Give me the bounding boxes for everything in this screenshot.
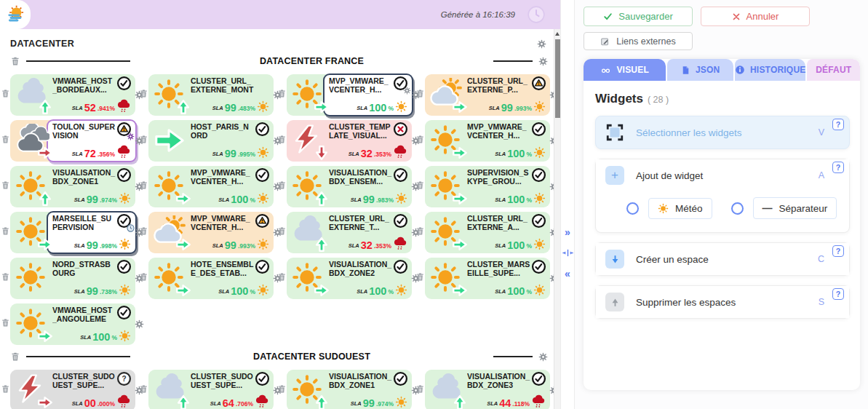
trash-icon[interactable] bbox=[415, 384, 425, 394]
trash-icon[interactable] bbox=[277, 272, 287, 282]
radio-meteo[interactable] bbox=[626, 202, 639, 215]
trash-icon[interactable] bbox=[139, 89, 148, 98]
gear-icon[interactable] bbox=[549, 136, 554, 146]
widget-tile[interactable]: CLUSTER_URL_EXTERNE_MONTPELIERSLA99.483% bbox=[148, 74, 274, 116]
select-widgets-row[interactable]: Sélectionner les widgets V ? bbox=[595, 116, 850, 149]
widget-tile[interactable]: CLUSTER_TEMPLATE_VISUAL...SLA32.353% bbox=[287, 120, 412, 162]
trash-icon[interactable] bbox=[415, 135, 425, 144]
trash-icon[interactable] bbox=[1, 135, 10, 144]
widget-tile[interactable]: SUPERVISION_SKYPE_GROU...SLA100% bbox=[425, 166, 550, 207]
trash-icon[interactable] bbox=[139, 384, 148, 394]
save-button[interactable]: Sauvegarder bbox=[584, 7, 693, 26]
help-badge[interactable]: ? bbox=[832, 162, 844, 173]
add-widget-label: Ajout de widget bbox=[636, 170, 703, 181]
add-widget-row[interactable]: + Ajout de widget A ? bbox=[596, 159, 849, 191]
help-badge[interactable]: ? bbox=[832, 245, 844, 257]
tab-historique[interactable]: HISTORIQUE bbox=[735, 59, 805, 81]
trash-icon[interactable] bbox=[139, 180, 148, 190]
scroll-up-icon[interactable] bbox=[555, 32, 560, 36]
widget-tile[interactable]: VISUALISATION_BDX_ZONE1SLA99.974% bbox=[287, 370, 412, 409]
widget-tile[interactable]: CLUSTER_SUDOUEST_SUPE...SLA64.706% bbox=[148, 370, 274, 409]
create-space-row[interactable]: Créer un espace C ? bbox=[595, 242, 850, 276]
trash-icon[interactable] bbox=[1, 89, 10, 98]
app-logo[interactable] bbox=[0, 0, 31, 29]
dashboard-content: DATACENTER DATACENTER FRANCEVMWARE_HOST_… bbox=[0, 29, 554, 409]
sla-value: SLA100% bbox=[357, 284, 407, 296]
widget-tile[interactable]: VMWARE_HOST_ANGOULEMESLA100% bbox=[10, 303, 135, 345]
trash-icon[interactable] bbox=[277, 180, 287, 190]
trash-icon[interactable] bbox=[139, 226, 148, 236]
widget-name: CLUSTER_URL_EXTERNE_MONTPELIER bbox=[191, 77, 270, 94]
scrollbar-thumb[interactable] bbox=[555, 39, 560, 118]
trash-icon[interactable] bbox=[277, 384, 287, 394]
vertical-scrollbar[interactable] bbox=[554, 29, 560, 409]
trash-icon[interactable] bbox=[277, 135, 287, 144]
widget-tile[interactable]: MVP_VMWARE_VCENTER_H...SLA100% bbox=[425, 120, 550, 162]
widget-tile[interactable]: MVP_VMWARE_VCENTER_H...SLA100% bbox=[148, 166, 274, 207]
trash-icon[interactable] bbox=[415, 226, 425, 236]
gear-icon[interactable] bbox=[135, 319, 144, 329]
trash-icon[interactable] bbox=[1, 272, 10, 282]
trash-icon[interactable] bbox=[415, 89, 425, 98]
sun-icon bbox=[288, 259, 327, 298]
trash-icon[interactable] bbox=[10, 56, 20, 66]
widget-tile[interactable]: MVP_VMWARE_VCENTER_H...SLA100% bbox=[287, 74, 412, 116]
gear-icon[interactable] bbox=[538, 352, 548, 362]
resize-handle-icon[interactable] bbox=[562, 247, 574, 259]
widget-tile[interactable]: CLUSTER_URL_EXTERNE_A...SLA100% bbox=[425, 212, 550, 253]
separateur-option[interactable]: — Séparateur bbox=[753, 197, 837, 219]
external-links-button[interactable]: Liens externes bbox=[584, 32, 693, 50]
trash-icon[interactable] bbox=[139, 135, 148, 144]
trash-icon[interactable] bbox=[1, 226, 10, 236]
trash-icon[interactable] bbox=[415, 272, 425, 282]
collapse-right-icon[interactable]: » bbox=[565, 228, 570, 237]
gear-icon[interactable] bbox=[537, 39, 546, 49]
gear-icon[interactable] bbox=[549, 274, 554, 283]
cancel-button[interactable]: Annuler bbox=[701, 7, 810, 26]
widget-tile[interactable]: CLUSTER_URL_EXTERNE_P...SLA99.993% bbox=[425, 74, 550, 116]
widget-tile[interactable]: HOTE_ENSEMBLE_DES_ETAB...SLA100% bbox=[148, 258, 274, 299]
trash-icon[interactable] bbox=[1, 384, 10, 394]
sun-icon bbox=[395, 396, 407, 408]
trash-icon[interactable] bbox=[1, 318, 10, 327]
widget-tile[interactable]: VISUALISATION_BDX_ZONE3SLA44.118% bbox=[425, 370, 550, 409]
check-icon bbox=[603, 12, 613, 21]
meteo-option[interactable]: Météo bbox=[648, 198, 712, 219]
trash-icon[interactable] bbox=[415, 180, 425, 190]
sun-icon bbox=[150, 76, 189, 114]
widget-tile[interactable]: TOULON_SUPERVISIONSLA72.356% bbox=[10, 120, 135, 162]
gear-icon[interactable] bbox=[549, 386, 554, 395]
trash-icon[interactable] bbox=[10, 352, 20, 362]
widget-tile[interactable]: MARSEILLE_SUPERVISIONSLA99.998% bbox=[10, 212, 135, 253]
radio-separateur[interactable] bbox=[731, 202, 744, 215]
widget-tile[interactable]: VISUALISATION_BDX_ZONE1SLA99.974% bbox=[10, 166, 135, 207]
trash-icon[interactable] bbox=[277, 89, 287, 98]
gear-icon[interactable] bbox=[549, 228, 554, 237]
gear-icon[interactable] bbox=[549, 90, 554, 100]
sun-icon bbox=[395, 284, 407, 296]
section-divider: DATACENTER FRANCE bbox=[10, 54, 548, 68]
sun-icon bbox=[395, 100, 407, 113]
widget-tile[interactable]: VISUALISATION_BDX_ENSEM...SLA99.983% bbox=[287, 166, 412, 207]
collapse-left-icon[interactable]: « bbox=[565, 269, 570, 278]
tab-json[interactable]: JSON bbox=[667, 59, 733, 81]
widget-tile[interactable]: CLUSTER_SUDOUEST_SUPE...SLA00.000%? bbox=[10, 370, 135, 409]
section-title: DATACENTER FRANCE bbox=[260, 56, 364, 66]
widget-tile[interactable]: VMWARE_HOST_BORDEAUX...SLA52.941% bbox=[10, 74, 135, 116]
gear-icon[interactable] bbox=[538, 57, 548, 66]
widget-tile[interactable]: CLUSTER_URL_EXTERNE_T...SLA32.353% bbox=[287, 212, 412, 253]
trash-icon[interactable] bbox=[139, 272, 148, 282]
remove-spaces-row[interactable]: Supprimer les espaces S ? bbox=[595, 285, 850, 319]
trash-icon[interactable] bbox=[277, 226, 287, 236]
trash-icon[interactable] bbox=[1, 180, 10, 190]
gear-icon[interactable] bbox=[549, 182, 554, 191]
widget-tile[interactable]: MVP_VMWARE_VCENTER_H...SLA99.993% bbox=[148, 212, 274, 253]
widget-tile[interactable]: VISUALISATION_BDX_ZONE2SLA100% bbox=[287, 258, 412, 299]
widget-tile[interactable]: NORD_STRASBOURGSLA99.738% bbox=[10, 258, 135, 299]
help-badge[interactable]: ? bbox=[832, 288, 844, 300]
tab-visuel[interactable]: VISUEL bbox=[584, 59, 666, 81]
help-badge[interactable]: ? bbox=[832, 119, 844, 130]
widget-tile[interactable]: HOST_PARIS_NORDSLA99.995% bbox=[148, 120, 274, 162]
tab-defaut[interactable]: DÉFAUT bbox=[807, 59, 860, 81]
widget-tile[interactable]: CLUSTER_MARSEILLE_SUPE...SLA100% bbox=[425, 258, 550, 299]
